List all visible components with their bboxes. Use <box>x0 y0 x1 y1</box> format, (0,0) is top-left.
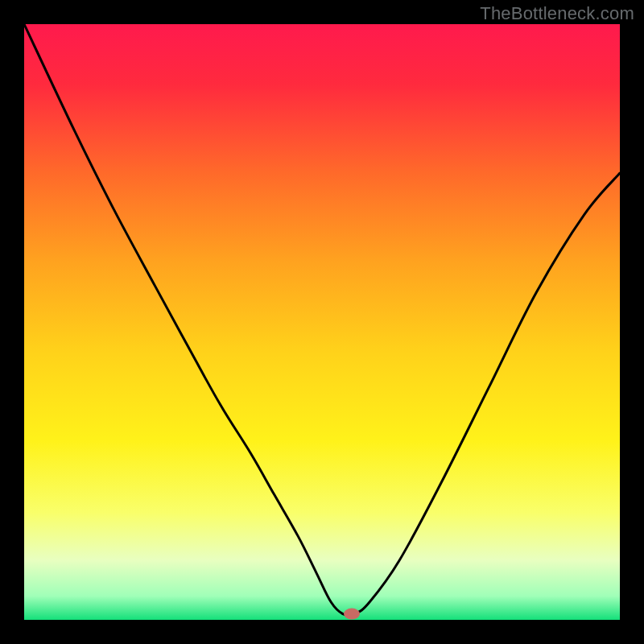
chart-frame: TheBottleneck.com <box>0 0 644 644</box>
optimal-point-marker <box>344 609 360 620</box>
chart-background-gradient <box>24 24 620 620</box>
bottleneck-chart <box>24 24 620 620</box>
watermark-text: TheBottleneck.com <box>480 3 634 24</box>
